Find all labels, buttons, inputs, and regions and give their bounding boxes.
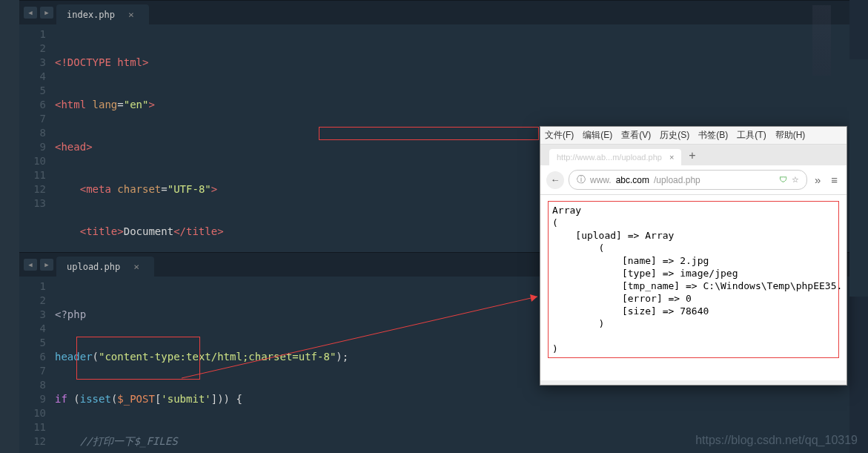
hamburger-icon[interactable]: ≡	[828, 173, 841, 186]
url-icons: 🛡 ☆	[779, 175, 799, 185]
shield-icon: 🛡	[779, 175, 787, 185]
browser-toolbar: ← ⓘ www.abc.com/upload.php 🛡 ☆ » ≡	[540, 165, 847, 195]
nav-back-icon[interactable]: ◀	[24, 259, 37, 271]
url-host: abc.com	[616, 175, 649, 185]
nav-fwd-icon[interactable]: ▶	[40, 7, 53, 19]
menu-view[interactable]: 查看(V)	[621, 129, 651, 142]
browser-menubar[interactable]: 文件(F) 编辑(E) 查看(V) 历史(S) 书签(B) 工具(T) 帮助(H…	[540, 127, 847, 145]
info-icon: ⓘ	[577, 173, 586, 186]
tab-bar-top: ◀ ▶ index.php ×	[19, 1, 849, 24]
close-icon[interactable]: ×	[133, 261, 139, 272]
tab-index-php[interactable]: index.php ×	[56, 4, 149, 24]
menu-help[interactable]: 帮助(H)	[775, 129, 806, 142]
left-fragment-column	[0, 0, 19, 453]
back-button[interactable]: ←	[546, 171, 564, 189]
nav-fwd-icon[interactable]: ▶	[40, 259, 53, 271]
url-path: /upload.php	[654, 175, 700, 185]
gutter-bottom: 123456789101112	[19, 280, 55, 453]
menu-tools[interactable]: 工具(T)	[737, 129, 766, 142]
menu-icon[interactable]: »	[812, 173, 824, 186]
menu-file[interactable]: 文件(F)	[545, 129, 574, 142]
tab-upload-php[interactable]: upload.php ×	[56, 257, 154, 277]
browser-viewport: Array ( [upload] => Array ( [name] => 2.…	[540, 195, 847, 380]
menu-edit[interactable]: 编辑(E)	[583, 129, 612, 142]
right-fragment-column	[849, 59, 868, 297]
watermark-text: https://blog.csdn.net/qq_10319	[695, 434, 858, 447]
url-input[interactable]: ⓘ www.abc.com/upload.php 🛡 ☆	[569, 170, 807, 190]
php-output: Array ( [upload] => Array ( [name] => 2.…	[548, 201, 839, 358]
star-icon[interactable]: ☆	[792, 175, 799, 185]
nav-back-icon[interactable]: ◀	[24, 7, 37, 19]
menu-history[interactable]: 历史(S)	[660, 129, 689, 142]
close-icon[interactable]: ×	[128, 9, 134, 20]
menu-bookmarks[interactable]: 书签(B)	[698, 129, 728, 142]
minimap-top[interactable]	[812, 5, 831, 76]
close-icon[interactable]: ×	[669, 153, 674, 162]
new-tab-button[interactable]: +	[681, 146, 703, 165]
browser-tab-title: http://www.ab...m/upload.php	[557, 153, 662, 162]
browser-tab-strip: http://www.ab...m/upload.php × +	[540, 145, 847, 165]
browser-window: 文件(F) 编辑(E) 查看(V) 历史(S) 书签(B) 工具(T) 帮助(H…	[540, 126, 847, 386]
tab-label: index.php	[67, 10, 115, 20]
url-prefix: www.	[590, 175, 612, 185]
tab-label: upload.php	[67, 262, 120, 272]
browser-tab[interactable]: http://www.ab...m/upload.php ×	[549, 149, 681, 165]
